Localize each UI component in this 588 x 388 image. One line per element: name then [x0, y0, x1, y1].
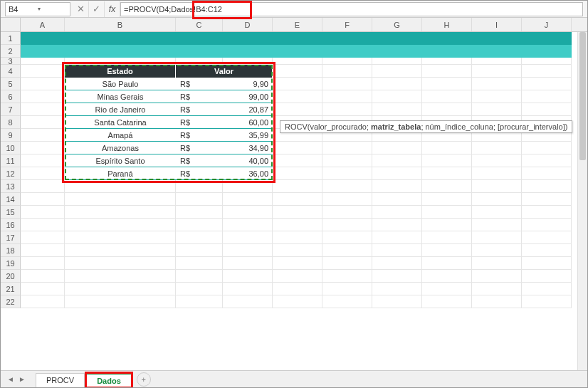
cell-E16[interactable] — [273, 219, 322, 231]
cell-C20[interactable] — [176, 270, 223, 283]
cell-F15[interactable] — [322, 206, 372, 219]
cell-G14[interactable] — [372, 193, 422, 206]
row-header-14[interactable]: 14 — [1, 193, 21, 206]
select-all-triangle[interactable] — [1, 18, 21, 31]
cell-I2[interactable] — [472, 45, 522, 58]
cell-A18[interactable] — [21, 244, 65, 257]
cell-G1[interactable] — [372, 32, 422, 45]
cell-F17[interactable] — [322, 231, 372, 244]
cell-H6[interactable] — [422, 90, 472, 103]
cell-I10[interactable] — [472, 142, 522, 154]
row-header-3[interactable]: 3 — [1, 58, 21, 65]
table-cell-currency[interactable]: R$ — [176, 116, 223, 129]
cell-C15[interactable] — [176, 206, 223, 219]
cell-J4[interactable] — [522, 65, 572, 78]
cell-H1[interactable] — [422, 32, 472, 45]
row-header-10[interactable]: 10 — [1, 142, 21, 154]
cell-C19[interactable] — [176, 257, 223, 270]
cell-C22[interactable] — [176, 295, 223, 308]
cell-J2[interactable] — [522, 45, 572, 58]
cell-E22[interactable] — [273, 295, 322, 308]
cell-D2[interactable] — [223, 45, 273, 58]
cell-C21[interactable] — [176, 283, 223, 295]
cell-J22[interactable] — [522, 295, 572, 308]
cell-I15[interactable] — [472, 206, 522, 219]
cell-G15[interactable] — [372, 206, 422, 219]
cell-C17[interactable] — [176, 231, 223, 244]
cell-E1[interactable] — [273, 32, 322, 45]
table-cell-currency[interactable]: R$ — [176, 78, 223, 90]
cell-H22[interactable] — [422, 295, 472, 308]
cell-I13[interactable] — [472, 180, 522, 193]
cell-B20[interactable] — [65, 270, 176, 283]
row-header-18[interactable]: 18 — [1, 244, 21, 257]
chevron-down-icon[interactable]: ▾ — [38, 6, 67, 12]
table-cell-value[interactable]: 60,00 — [223, 116, 273, 129]
cell-D20[interactable] — [223, 270, 273, 283]
cell-A15[interactable] — [21, 206, 65, 219]
cell-E14[interactable] — [273, 193, 322, 206]
table-cell-estado[interactable]: Espírito Santo — [65, 154, 176, 167]
column-header-H[interactable]: H — [422, 18, 472, 31]
cell-G6[interactable] — [372, 90, 422, 103]
cell-H10[interactable] — [422, 142, 472, 154]
cell-H12[interactable] — [422, 167, 472, 180]
cell-I18[interactable] — [472, 244, 522, 257]
cell-H13[interactable] — [422, 180, 472, 193]
cell-C13[interactable] — [176, 180, 223, 193]
cell-J21[interactable] — [522, 283, 572, 295]
cell-G13[interactable] — [372, 180, 422, 193]
vertical-scrollbar[interactable] — [577, 32, 587, 370]
cell-J1[interactable] — [522, 32, 572, 45]
row-header-19[interactable]: 19 — [1, 257, 21, 270]
table-cell-estado[interactable]: Paraná — [65, 167, 176, 180]
cell-J17[interactable] — [522, 231, 572, 244]
cell-J10[interactable] — [522, 142, 572, 154]
row-header-20[interactable]: 20 — [1, 270, 21, 283]
cell-C1[interactable] — [176, 32, 223, 45]
cell-E4[interactable] — [273, 65, 322, 78]
table-header-estado[interactable]: Estado — [65, 65, 176, 78]
cell-I17[interactable] — [472, 231, 522, 244]
cell-F20[interactable] — [322, 270, 372, 283]
cell-A19[interactable] — [21, 257, 65, 270]
table-cell-value[interactable]: 34,90 — [223, 142, 273, 154]
cell-F19[interactable] — [322, 257, 372, 270]
cell-I6[interactable] — [472, 90, 522, 103]
column-header-F[interactable]: F — [322, 18, 372, 31]
row-header-16[interactable]: 16 — [1, 219, 21, 231]
cell-G2[interactable] — [372, 45, 422, 58]
cell-D17[interactable] — [223, 231, 273, 244]
table-cell-currency[interactable]: R$ — [176, 129, 223, 142]
cell-B1[interactable] — [65, 32, 176, 45]
cell-A6[interactable] — [21, 90, 65, 103]
spreadsheet-grid[interactable]: 1234EstadoValor5São PauloR$9,906Minas Ge… — [1, 32, 587, 308]
column-header-A[interactable]: A — [21, 18, 65, 31]
cell-H7[interactable] — [422, 103, 472, 116]
cell-F5[interactable] — [322, 78, 372, 90]
cell-C3[interactable] — [176, 58, 223, 65]
cell-E18[interactable] — [273, 244, 322, 257]
cell-E17[interactable] — [273, 231, 322, 244]
cell-F12[interactable] — [322, 167, 372, 180]
cell-J14[interactable] — [522, 193, 572, 206]
cell-G3[interactable] — [372, 58, 422, 65]
cell-I5[interactable] — [472, 78, 522, 90]
table-cell-currency[interactable]: R$ — [176, 103, 223, 116]
row-header-15[interactable]: 15 — [1, 206, 21, 219]
cell-B15[interactable] — [65, 206, 176, 219]
row-header-2[interactable]: 2 — [1, 45, 21, 58]
cell-G12[interactable] — [372, 167, 422, 180]
cell-A17[interactable] — [21, 231, 65, 244]
cell-J6[interactable] — [522, 90, 572, 103]
cell-J12[interactable] — [522, 167, 572, 180]
cell-E20[interactable] — [273, 270, 322, 283]
table-cell-value[interactable]: 36,00 — [223, 167, 273, 180]
tab-next-button[interactable]: ► — [16, 375, 28, 383]
cell-E13[interactable] — [273, 180, 322, 193]
column-header-J[interactable]: J — [522, 18, 572, 31]
column-header-B[interactable]: B — [65, 18, 176, 31]
enter-button[interactable]: ✓ — [89, 1, 105, 17]
cell-I16[interactable] — [472, 219, 522, 231]
cell-D1[interactable] — [223, 32, 273, 45]
